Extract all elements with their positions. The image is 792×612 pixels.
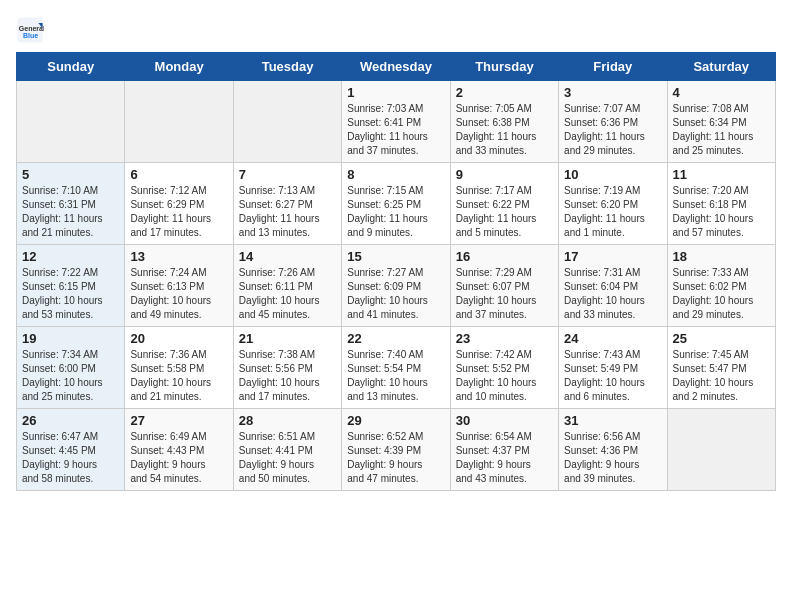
day-info: Sunrise: 7:12 AM Sunset: 6:29 PM Dayligh… <box>130 184 227 240</box>
day-cell: 25Sunrise: 7:45 AM Sunset: 5:47 PM Dayli… <box>667 327 775 409</box>
day-info: Sunrise: 7:36 AM Sunset: 5:58 PM Dayligh… <box>130 348 227 404</box>
day-header-tuesday: Tuesday <box>233 53 341 81</box>
day-number: 12 <box>22 249 119 264</box>
logo: General Blue <box>16 16 48 44</box>
day-number: 20 <box>130 331 227 346</box>
day-info: Sunrise: 7:26 AM Sunset: 6:11 PM Dayligh… <box>239 266 336 322</box>
day-info: Sunrise: 7:42 AM Sunset: 5:52 PM Dayligh… <box>456 348 553 404</box>
week-row-2: 5Sunrise: 7:10 AM Sunset: 6:31 PM Daylig… <box>17 163 776 245</box>
day-cell: 1Sunrise: 7:03 AM Sunset: 6:41 PM Daylig… <box>342 81 450 163</box>
day-number: 3 <box>564 85 661 100</box>
day-cell: 2Sunrise: 7:05 AM Sunset: 6:38 PM Daylig… <box>450 81 558 163</box>
day-number: 11 <box>673 167 770 182</box>
day-number: 10 <box>564 167 661 182</box>
day-info: Sunrise: 7:38 AM Sunset: 5:56 PM Dayligh… <box>239 348 336 404</box>
day-info: Sunrise: 7:24 AM Sunset: 6:13 PM Dayligh… <box>130 266 227 322</box>
day-cell: 4Sunrise: 7:08 AM Sunset: 6:34 PM Daylig… <box>667 81 775 163</box>
day-number: 31 <box>564 413 661 428</box>
day-info: Sunrise: 7:03 AM Sunset: 6:41 PM Dayligh… <box>347 102 444 158</box>
day-cell: 14Sunrise: 7:26 AM Sunset: 6:11 PM Dayli… <box>233 245 341 327</box>
day-info: Sunrise: 6:54 AM Sunset: 4:37 PM Dayligh… <box>456 430 553 486</box>
day-number: 22 <box>347 331 444 346</box>
day-cell <box>233 81 341 163</box>
day-info: Sunrise: 7:40 AM Sunset: 5:54 PM Dayligh… <box>347 348 444 404</box>
day-cell <box>17 81 125 163</box>
day-cell: 30Sunrise: 6:54 AM Sunset: 4:37 PM Dayli… <box>450 409 558 491</box>
day-cell <box>667 409 775 491</box>
day-cell: 5Sunrise: 7:10 AM Sunset: 6:31 PM Daylig… <box>17 163 125 245</box>
header-row: SundayMondayTuesdayWednesdayThursdayFrid… <box>17 53 776 81</box>
day-number: 19 <box>22 331 119 346</box>
week-row-1: 1Sunrise: 7:03 AM Sunset: 6:41 PM Daylig… <box>17 81 776 163</box>
day-info: Sunrise: 7:27 AM Sunset: 6:09 PM Dayligh… <box>347 266 444 322</box>
day-number: 8 <box>347 167 444 182</box>
day-info: Sunrise: 7:19 AM Sunset: 6:20 PM Dayligh… <box>564 184 661 240</box>
day-cell: 10Sunrise: 7:19 AM Sunset: 6:20 PM Dayli… <box>559 163 667 245</box>
day-cell: 11Sunrise: 7:20 AM Sunset: 6:18 PM Dayli… <box>667 163 775 245</box>
week-row-4: 19Sunrise: 7:34 AM Sunset: 6:00 PM Dayli… <box>17 327 776 409</box>
day-info: Sunrise: 7:07 AM Sunset: 6:36 PM Dayligh… <box>564 102 661 158</box>
day-cell: 28Sunrise: 6:51 AM Sunset: 4:41 PM Dayli… <box>233 409 341 491</box>
day-number: 28 <box>239 413 336 428</box>
day-info: Sunrise: 6:51 AM Sunset: 4:41 PM Dayligh… <box>239 430 336 486</box>
day-number: 9 <box>456 167 553 182</box>
day-cell: 6Sunrise: 7:12 AM Sunset: 6:29 PM Daylig… <box>125 163 233 245</box>
day-number: 21 <box>239 331 336 346</box>
day-cell: 24Sunrise: 7:43 AM Sunset: 5:49 PM Dayli… <box>559 327 667 409</box>
day-cell <box>125 81 233 163</box>
day-info: Sunrise: 7:20 AM Sunset: 6:18 PM Dayligh… <box>673 184 770 240</box>
day-number: 25 <box>673 331 770 346</box>
day-info: Sunrise: 6:56 AM Sunset: 4:36 PM Dayligh… <box>564 430 661 486</box>
day-number: 17 <box>564 249 661 264</box>
day-info: Sunrise: 7:45 AM Sunset: 5:47 PM Dayligh… <box>673 348 770 404</box>
logo-icon: General Blue <box>16 16 44 44</box>
day-header-friday: Friday <box>559 53 667 81</box>
day-number: 16 <box>456 249 553 264</box>
day-info: Sunrise: 7:29 AM Sunset: 6:07 PM Dayligh… <box>456 266 553 322</box>
day-info: Sunrise: 6:47 AM Sunset: 4:45 PM Dayligh… <box>22 430 119 486</box>
day-number: 30 <box>456 413 553 428</box>
day-cell: 15Sunrise: 7:27 AM Sunset: 6:09 PM Dayli… <box>342 245 450 327</box>
day-number: 23 <box>456 331 553 346</box>
day-header-thursday: Thursday <box>450 53 558 81</box>
day-cell: 18Sunrise: 7:33 AM Sunset: 6:02 PM Dayli… <box>667 245 775 327</box>
day-cell: 9Sunrise: 7:17 AM Sunset: 6:22 PM Daylig… <box>450 163 558 245</box>
week-row-5: 26Sunrise: 6:47 AM Sunset: 4:45 PM Dayli… <box>17 409 776 491</box>
day-number: 29 <box>347 413 444 428</box>
day-info: Sunrise: 7:33 AM Sunset: 6:02 PM Dayligh… <box>673 266 770 322</box>
day-cell: 7Sunrise: 7:13 AM Sunset: 6:27 PM Daylig… <box>233 163 341 245</box>
day-number: 1 <box>347 85 444 100</box>
day-number: 6 <box>130 167 227 182</box>
svg-text:General: General <box>19 25 44 32</box>
day-info: Sunrise: 7:10 AM Sunset: 6:31 PM Dayligh… <box>22 184 119 240</box>
day-number: 4 <box>673 85 770 100</box>
day-cell: 13Sunrise: 7:24 AM Sunset: 6:13 PM Dayli… <box>125 245 233 327</box>
day-number: 5 <box>22 167 119 182</box>
day-info: Sunrise: 7:43 AM Sunset: 5:49 PM Dayligh… <box>564 348 661 404</box>
day-info: Sunrise: 7:08 AM Sunset: 6:34 PM Dayligh… <box>673 102 770 158</box>
day-cell: 3Sunrise: 7:07 AM Sunset: 6:36 PM Daylig… <box>559 81 667 163</box>
day-info: Sunrise: 7:31 AM Sunset: 6:04 PM Dayligh… <box>564 266 661 322</box>
day-cell: 27Sunrise: 6:49 AM Sunset: 4:43 PM Dayli… <box>125 409 233 491</box>
day-cell: 29Sunrise: 6:52 AM Sunset: 4:39 PM Dayli… <box>342 409 450 491</box>
day-info: Sunrise: 7:13 AM Sunset: 6:27 PM Dayligh… <box>239 184 336 240</box>
week-row-3: 12Sunrise: 7:22 AM Sunset: 6:15 PM Dayli… <box>17 245 776 327</box>
day-info: Sunrise: 7:05 AM Sunset: 6:38 PM Dayligh… <box>456 102 553 158</box>
day-number: 24 <box>564 331 661 346</box>
day-info: Sunrise: 6:52 AM Sunset: 4:39 PM Dayligh… <box>347 430 444 486</box>
day-cell: 8Sunrise: 7:15 AM Sunset: 6:25 PM Daylig… <box>342 163 450 245</box>
day-number: 13 <box>130 249 227 264</box>
day-info: Sunrise: 7:34 AM Sunset: 6:00 PM Dayligh… <box>22 348 119 404</box>
page-header: General Blue <box>16 16 776 44</box>
day-number: 14 <box>239 249 336 264</box>
day-header-saturday: Saturday <box>667 53 775 81</box>
day-cell: 12Sunrise: 7:22 AM Sunset: 6:15 PM Dayli… <box>17 245 125 327</box>
day-cell: 19Sunrise: 7:34 AM Sunset: 6:00 PM Dayli… <box>17 327 125 409</box>
day-number: 26 <box>22 413 119 428</box>
day-number: 7 <box>239 167 336 182</box>
day-info: Sunrise: 7:22 AM Sunset: 6:15 PM Dayligh… <box>22 266 119 322</box>
day-header-monday: Monday <box>125 53 233 81</box>
day-cell: 20Sunrise: 7:36 AM Sunset: 5:58 PM Dayli… <box>125 327 233 409</box>
calendar-table: SundayMondayTuesdayWednesdayThursdayFrid… <box>16 52 776 491</box>
day-number: 2 <box>456 85 553 100</box>
